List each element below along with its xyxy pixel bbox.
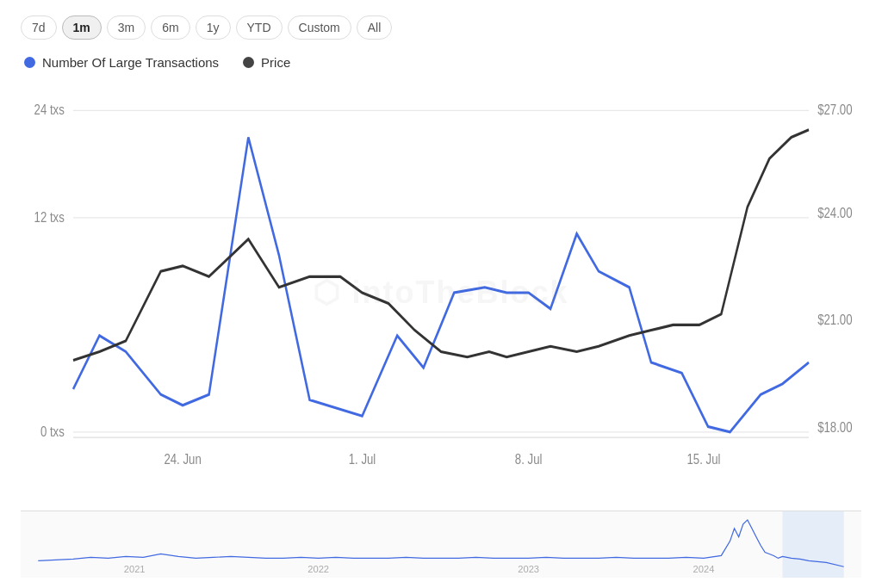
- chart-legend: Number Of Large Transactions Price: [21, 55, 861, 70]
- blue-line: [73, 137, 809, 431]
- legend-label-large-tx: Number Of Large Transactions: [42, 55, 219, 70]
- btn-1m[interactable]: 1m: [62, 15, 102, 40]
- svg-text:15. Jul: 15. Jul: [687, 452, 721, 467]
- svg-text:0 txs: 0 txs: [40, 424, 65, 440]
- svg-text:2022: 2022: [307, 564, 329, 574]
- legend-label-price: Price: [261, 55, 290, 70]
- main-chart-svg: 24 txs 12 txs 0 txs $27.00 $24.00 $21.00…: [21, 78, 861, 507]
- svg-text:$24.00: $24.00: [817, 206, 852, 221]
- legend-large-tx: Number Of Large Transactions: [24, 55, 219, 70]
- time-range-bar: 7d 1m 3m 6m 1y YTD Custom All: [21, 15, 861, 40]
- svg-rect-15: [21, 511, 861, 578]
- svg-text:8. Jul: 8. Jul: [515, 452, 543, 467]
- svg-text:$18.00: $18.00: [817, 420, 852, 436]
- main-chart: ⬡ intoTheBlock 24 txs 12 txs 0 txs $27.0…: [21, 78, 861, 507]
- svg-text:12 txs: 12 txs: [34, 210, 65, 226]
- main-container: 7d 1m 3m 6m 1y YTD Custom All Number Of …: [0, 0, 882, 588]
- svg-text:24. Jun: 24. Jun: [164, 452, 201, 467]
- mini-chart-svg: 2021 2022 2023 2024: [21, 511, 861, 588]
- legend-dot-dark: [243, 57, 254, 68]
- svg-text:1. Jul: 1. Jul: [349, 452, 376, 467]
- svg-text:$21.00: $21.00: [817, 313, 852, 328]
- svg-text:2021: 2021: [124, 564, 146, 574]
- btn-custom[interactable]: Custom: [288, 15, 351, 40]
- legend-price: Price: [243, 55, 290, 70]
- svg-rect-16: [783, 511, 844, 578]
- btn-3m[interactable]: 3m: [107, 15, 146, 40]
- mini-chart-container: 2021 2022 2023 2024 ◀ ▶: [21, 511, 861, 588]
- svg-text:2024: 2024: [693, 564, 715, 574]
- svg-text:$27.00: $27.00: [817, 102, 852, 118]
- svg-text:24 txs: 24 txs: [34, 102, 65, 118]
- chart-area: ⬡ intoTheBlock 24 txs 12 txs 0 txs $27.0…: [21, 78, 861, 588]
- svg-text:2023: 2023: [518, 564, 539, 574]
- btn-7d[interactable]: 7d: [21, 15, 57, 40]
- btn-ytd[interactable]: YTD: [236, 15, 283, 40]
- btn-1y[interactable]: 1y: [196, 15, 231, 40]
- legend-dot-blue: [24, 57, 35, 68]
- btn-all[interactable]: All: [357, 15, 393, 40]
- btn-6m[interactable]: 6m: [151, 15, 189, 40]
